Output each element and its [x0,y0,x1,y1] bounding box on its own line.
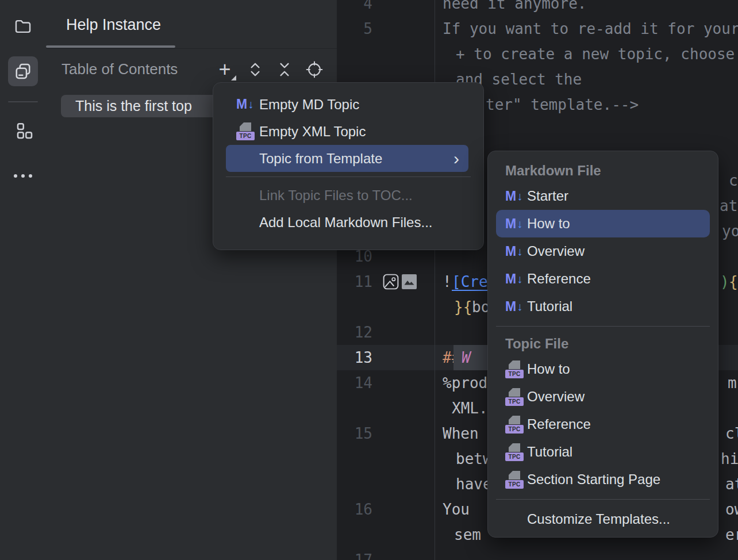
markdown-file-icon: M↓ [505,216,522,232]
menu-item-label: Add Local Markdown Files... [259,214,432,231]
menu-item-link-topic-files-to-toc[interactable]: Link Topic Files to TOC... [213,182,483,209]
project-tool-button[interactable] [9,13,37,40]
markdown-file-icon: M↓ [505,244,522,259]
menu-item-overview[interactable]: TPCOverview [488,383,718,411]
menu-item-label: Empty XML Topic [259,124,366,140]
md-letter: M [505,244,516,259]
add-topic-menu: M↓Empty MD TopicTPCEmpty XML TopicTopic … [213,82,484,250]
menu-item-label: Topic from Template [259,151,382,167]
topic-badge: TPC [505,480,524,489]
menu-item-overview[interactable]: M↓Overview [488,237,718,265]
image-preview-icon[interactable] [402,274,417,289]
submenu-arrow-icon: › [453,152,459,166]
collapse-all-button[interactable] [274,59,295,80]
line-number: 13 [337,345,372,370]
more-icon [14,174,32,178]
help-instances-tool-button[interactable] [8,56,38,86]
expand-all-icon [246,60,264,79]
code-text: er [725,522,738,547]
code-text: XML. [452,396,488,421]
topic-badge: TPC [236,132,255,140]
menu-item-label: Link Topic Files to TOC... [259,187,413,204]
menu-item-reference[interactable]: TPCReference [488,411,718,438]
markdown-file-icon: M↓ [505,189,522,204]
markdown-file-icon: M↓ [505,299,522,314]
menu-separator [226,177,471,177]
code-text: betw [456,446,492,471]
menu-item-label: Overview [527,389,585,405]
toc-tree-item[interactable]: This is the first top [61,95,235,117]
code-row: If you want to re-add it for your [337,16,738,41]
topic-badge: TPC [505,452,524,461]
code-text: m [728,370,737,396]
topic-page-glyph [509,360,520,369]
md-letter: M [236,97,247,112]
topic-badge: TPC [505,397,524,406]
image-outline-icon[interactable] [383,274,399,290]
expand-all-button[interactable] [244,59,266,80]
md-letter: M [505,299,516,314]
more-tools-button[interactable] [9,162,37,190]
menu-item-label: Tutorial [527,298,572,314]
collapse-all-icon [275,60,294,79]
md-letter: M [505,271,516,287]
md-arrow: ↓ [517,217,522,231]
menu-item-how-to[interactable]: TPCHow to [488,355,718,383]
topic-file-icon: TPC [505,388,524,406]
menu-item-label: Tutorial [527,444,572,460]
line-number: 4 [337,0,372,16]
menu-item-starter[interactable]: M↓Starter [488,182,718,210]
topic-file-icon: TPC [505,360,524,378]
menu-item-customize-templates[interactable]: Customize Templates... [488,505,718,533]
code-text: ow [725,497,738,522]
topic-badge: TPC [505,370,524,378]
toc-header-label: Table of Contents [62,60,178,78]
topic-file-icon: TPC [505,471,524,489]
menu-item-label: How to [527,216,570,232]
menu-item-tutorial[interactable]: TPCTutorial [488,438,718,466]
menu-item-label: Customize Templates... [527,511,670,527]
locate-file-button[interactable] [303,59,325,80]
topic-badge: TPC [505,425,524,434]
menu-item-label: Overview [527,243,585,259]
md-arrow: ↓ [517,190,522,203]
toc-tree-item-label: This is the first top [75,98,192,114]
menu-separator [496,499,710,500]
code-text: }{ [454,294,472,320]
code-text: at [720,193,737,218]
menu-item-empty-xml-topic[interactable]: TPCEmpty XML Topic [213,118,483,145]
code-text: You [443,497,470,522]
app-sidebar [0,0,47,560]
add-topic-button[interactable]: + [214,59,236,80]
code-text: ter" template.--> [486,92,639,117]
active-tab-indicator [46,45,175,48]
code-text: at [725,471,738,497]
menu-item-tutorial[interactable]: M↓Tutorial [488,293,718,320]
plus-icon: + [218,61,230,78]
code-row [337,547,738,560]
menu-item-empty-md-topic[interactable]: M↓Empty MD Topic [213,91,483,118]
code-text: If you want to re-add it for your [443,16,738,41]
menu-item-section-starting-page[interactable]: TPCSection Starting Page [488,466,718,493]
topic-page-glyph [509,416,520,424]
menu-item-add-local-markdown-files[interactable]: Add Local Markdown Files... [213,209,483,236]
md-letter: M [505,189,516,204]
menu-item-label: Starter [527,188,568,204]
line-number: 15 [337,421,372,446]
menu-item-reference[interactable]: M↓Reference [488,265,718,293]
code-text: When [443,421,479,446]
code-text: have [456,471,492,497]
submenu-section-header: Markdown File [488,159,718,182]
code-text: you [722,218,738,244]
md-arrow: ↓ [517,273,522,286]
line-number: 14 [337,370,372,396]
code-row: + to create a new topic, choose t [337,41,738,67]
topic-file-icon: TPC [505,443,524,461]
menu-item-topic-from-template[interactable]: Topic from Template› [226,145,468,172]
topic-page-glyph [509,443,520,452]
panel-title: Help Instance [66,16,161,34]
topic-page-glyph [509,471,520,480]
structure-tool-button[interactable] [9,117,37,145]
menu-item-how-to[interactable]: M↓How to [496,210,710,237]
line-number: 5 [337,16,372,41]
